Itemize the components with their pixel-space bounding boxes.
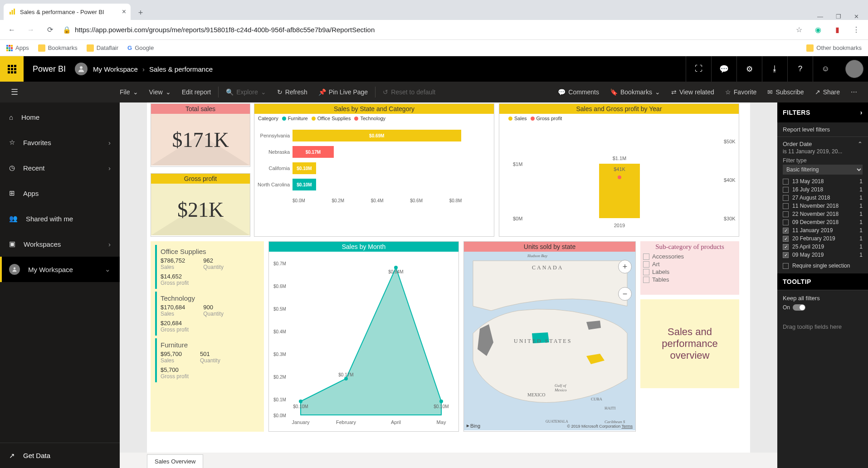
mail-icon: ✉ [767,88,773,96]
edit-report-button[interactable]: Edit report [176,82,217,102]
fullscreen-button[interactable]: ⛶ [686,56,711,82]
filter-date-item[interactable]: 09 May 20191 [783,251,863,259]
report-tab[interactable]: Sales Overview [147,454,203,468]
require-single-checkbox[interactable]: Require single selection [783,263,850,269]
reload-button[interactable]: ⟳ [44,24,56,36]
chart-sales-state-category[interactable]: Sales by State and Category Category Fur… [254,103,494,237]
bookmark-folder[interactable]: Bookmarks [38,44,78,52]
star-icon: ☆ [9,138,15,146]
chart-title: Sales by Month [269,242,458,252]
favorite-button[interactable]: ☆Favorite [720,82,762,102]
close-window-icon[interactable]: ✕ [854,13,859,20]
sidebar-item-apps[interactable]: ⊞Apps [0,180,120,206]
filters-panel: FILTERS› Report level filters Order Date… [777,102,868,468]
bookmark-folder[interactable]: Dataflair [87,44,118,52]
filter-date-item[interactable]: 11 November 20181 [783,202,863,210]
slicer-item[interactable]: Accessories [643,253,736,260]
browser-tab[interactable]: Sales & performance - Power BI × [4,4,131,20]
minimize-icon[interactable]: — [817,13,823,20]
refresh-button[interactable]: ↻Refresh [272,82,313,102]
view-related-button[interactable]: ⇄View related [666,82,720,102]
card-total-sales[interactable]: Total sales $171K [151,103,250,167]
svg-text:$50K: $50K [724,139,736,144]
map-zoom-in-button[interactable]: + [618,260,632,273]
map-units-sold-by-state[interactable]: Units sold by state CANADA UNITED STATES [463,241,636,432]
filter-date-item[interactable]: 16 July 20181 [783,185,863,194]
sidebar-item-recent[interactable]: ◷Recent› [0,155,120,180]
card-title: Gross profit [151,174,250,184]
browser-menu-icon[interactable]: ⋮ [850,24,863,36]
svg-text:$1.1M: $1.1M [613,156,627,161]
tooltip-header: TOOLTIP [777,273,868,290]
filter-date-item[interactable]: 13 May 20181 [783,177,863,185]
svg-rect-0 [10,12,11,15]
svg-text:$0.10M: $0.10M [434,404,449,409]
chat-button[interactable]: 💬 [711,56,736,82]
bookmarks-button[interactable]: 🔖Bookmarks ⌄ [605,82,666,102]
tab-close-icon[interactable]: × [122,8,126,16]
forward-button[interactable]: → [24,24,37,36]
report-toolbar: ☰ File ⌄ View ⌄ Edit report 🔍Explore ⌄ ↻… [0,82,868,102]
sidebar-item-shared[interactable]: 👥Shared with me [0,206,120,231]
svg-text:$0.3M: $0.3M [273,352,286,357]
settings-button[interactable]: ⚙ [736,56,762,82]
app-launcher-button[interactable] [0,56,24,82]
comments-button[interactable]: 💬Comments [552,82,605,102]
sidebar-item-favorites[interactable]: ☆Favorites› [0,130,120,155]
star-icon[interactable]: ☆ [793,24,805,36]
map-terms-link[interactable]: Terms [622,424,633,429]
apps-icon [6,45,13,51]
chart-sales-by-month[interactable]: Sales by Month $0.7M$0.6M$0.5M$0.4M$0.3M… [268,241,459,432]
more-button[interactable]: ⋯ [845,82,863,102]
feedback-button[interactable]: ☺ [813,56,838,82]
grammarly-icon[interactable]: ◉ [812,24,824,36]
powerbi-favicon [8,8,16,16]
other-bookmarks[interactable]: Other bookmarks [806,44,862,52]
get-data-button[interactable]: ↗Get Data [0,443,120,468]
url-input[interactable]: 🔒 https://app.powerbi.com/groups/me/repo… [63,26,786,34]
filter-type-select[interactable]: Basic filtering [783,165,863,175]
sidebar-item-my-workspace[interactable]: My Workspace⌄ [0,257,120,282]
keep-all-toggle[interactable] [793,304,805,311]
apps-shortcut[interactable]: Apps [6,44,29,51]
svg-text:$40K: $40K [724,177,736,183]
map-body[interactable]: CANADA UNITED STATES MEXICO Gulf of Mexi… [464,252,635,430]
view-menu[interactable]: View ⌄ [144,82,176,102]
new-tab-button[interactable]: + [133,5,148,20]
chevron-right-icon[interactable]: › [860,109,863,116]
filter-date-item[interactable]: 20 February 20191 [783,234,863,243]
hamburger-button[interactable]: ☰ [5,87,24,97]
filter-date-item[interactable]: 27 August 20181 [783,194,863,202]
chevron-right-icon: › [108,240,111,248]
extension-icon[interactable]: ▮ [831,24,844,36]
multirow-card[interactable]: Office Supplies $786,752Sales962Quantity… [151,241,264,432]
chart-title: Units sold by state [464,242,635,252]
card-gross-profit[interactable]: Gross profit $21K [151,173,250,237]
filter-date-item[interactable]: 11 January 20191 [783,226,863,234]
file-menu[interactable]: File ⌄ [114,82,144,102]
chart-title: Sales by State and Category [254,104,494,114]
sidebar-item-workspaces[interactable]: ▣Workspaces› [0,231,120,257]
combo-chart-svg: $1M $0M $50K $40K $30K $1.1M $41K 2019 [499,123,740,232]
slicer-item[interactable]: Tables [643,276,736,283]
pin-live-page-button[interactable]: 📌Pin Live Page [313,82,373,102]
chevron-up-icon[interactable]: ⌃ [858,141,863,147]
subscribe-button[interactable]: ✉Subscribe [762,82,809,102]
slicer-item[interactable]: Art [643,260,736,268]
slicer-item[interactable]: Labels [643,268,736,276]
share-button[interactable]: ↗Share [809,82,845,102]
map-zoom-out-button[interactable]: − [618,287,632,301]
bookmark-google[interactable]: G Google [127,44,154,51]
back-button[interactable]: ← [5,24,18,36]
breadcrumb-workspace[interactable]: My Workspace [93,65,138,73]
help-button[interactable]: ? [787,56,813,82]
maximize-icon[interactable]: ❐ [836,13,841,20]
user-avatar[interactable] [845,60,863,78]
filter-date-item[interactable]: 09 December 20181 [783,218,863,226]
download-button[interactable]: ⭳ [762,56,787,82]
chart-sales-gross-profit-year[interactable]: Sales and Gross profit by Year Sales Gro… [499,103,739,237]
filter-date-item[interactable]: 25 April 20191 [783,243,863,251]
filter-date-item[interactable]: 22 November 20181 [783,210,863,218]
sidebar-item-home[interactable]: ⌂Home [0,104,120,130]
slicer-subcategory[interactable]: Sub-category of products Accessories Art… [640,241,739,295]
